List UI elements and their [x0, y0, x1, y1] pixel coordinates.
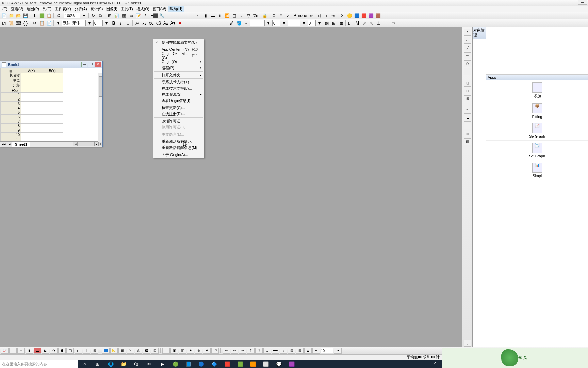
- col-header-b[interactable]: B(Y): [42, 68, 63, 73]
- line-style-dropdown[interactable]: ▾: [265, 20, 272, 27]
- row-num[interactable]: 9: [1, 128, 21, 133]
- scroll-track[interactable]: [77, 142, 94, 146]
- apps-add-button[interactable]: +添加: [486, 80, 588, 101]
- cell[interactable]: [42, 78, 63, 83]
- excel-button[interactable]: 🟩: [38, 12, 45, 19]
- sheet-tab[interactable]: Sheet1: [12, 142, 30, 147]
- cell[interactable]: [42, 97, 63, 102]
- help-menu-item[interactable]: 重新激活提醒信息(M): [153, 144, 204, 151]
- symbol-select[interactable]: [288, 20, 300, 26]
- help-menu-item[interactable]: Origin Central...(G)F11: [153, 52, 204, 59]
- row-num[interactable]: 8: [1, 124, 21, 128]
- media-icon[interactable]: ▶: [156, 360, 169, 368]
- menubar[interactable]: (E) 查看(V) 绘图(P) 列(C) 工作表(K) 分析(A) 统计(S) …: [0, 6, 588, 12]
- draw-line-button[interactable]: ╱: [464, 45, 471, 51]
- apps-item[interactable]: 📊Simpl: [486, 160, 588, 180]
- mask-region-button[interactable]: ▣: [170, 348, 178, 354]
- import-button[interactable]: ⬇: [31, 12, 38, 19]
- cell[interactable]: [42, 124, 63, 128]
- row-num[interactable]: 7: [1, 119, 21, 124]
- filter-button[interactable]: ▽: [245, 12, 252, 19]
- corner-cell[interactable]: ▤: [1, 68, 21, 73]
- row-num[interactable]: 11: [1, 137, 21, 141]
- vertical-scrollbar[interactable]: [98, 73, 102, 142]
- sheet-tabstrip[interactable]: ◂◂ ◂ Sheet1 ◂ ▸ ⊡: [0, 141, 102, 147]
- workbook-titlebar[interactable]: Book1 — ❐ ✕: [0, 61, 102, 68]
- help-menu-item[interactable]: Origin(O): [153, 59, 204, 65]
- scale-in-button[interactable]: ⤢: [361, 20, 368, 27]
- workbook-window[interactable]: Book1 — ❐ ✕ ▤ A(X) B(Y) 长名称 单位 注释 F(x)= …: [0, 61, 103, 147]
- apps-item[interactable]: 📦Fitting: [486, 101, 588, 121]
- app1-button[interactable]: 🟡: [346, 12, 353, 19]
- cell[interactable]: [42, 88, 63, 93]
- decrease-font-button[interactable]: A▾: [169, 20, 176, 27]
- bold-button[interactable]: B: [110, 20, 117, 27]
- plot-template-button[interactable]: ⊞: [91, 348, 98, 354]
- menu-column[interactable]: 列(C): [41, 6, 53, 12]
- app-green-icon[interactable]: 🟢: [169, 360, 182, 368]
- help-menu-item[interactable]: 在线技术支持(L)...: [153, 85, 204, 91]
- print-button[interactable]: 🖨: [55, 12, 62, 19]
- function-plot-button[interactable]: ƒ: [142, 12, 149, 19]
- app-browser-icon[interactable]: 🔵: [195, 360, 208, 368]
- row-fx[interactable]: F(x)=: [1, 88, 21, 93]
- greek-button[interactable]: αβ: [155, 20, 162, 27]
- draw-rect-button[interactable]: ▭: [464, 37, 471, 44]
- taskbar-search[interactable]: 在这里输入你要搜索的内容: [0, 360, 78, 368]
- help-menu-item[interactable]: 激活许可证...: [153, 118, 204, 124]
- scroll-left[interactable]: ◂: [73, 142, 77, 146]
- row-num[interactable]: 1: [1, 93, 21, 97]
- cell[interactable]: [42, 106, 63, 110]
- cell[interactable]: [21, 106, 42, 110]
- anti-alias-button[interactable]: ⫍: [347, 20, 354, 27]
- edge-icon[interactable]: 🌐: [104, 360, 117, 368]
- 3d-scatter-button[interactable]: ⋱: [127, 348, 134, 354]
- data-reader-button[interactable]: +: [187, 348, 194, 354]
- mail-icon[interactable]: ✉: [143, 360, 156, 368]
- axis2-button[interactable]: ⊢: [382, 20, 389, 27]
- apps-panel[interactable]: Apps +添加 📦Fitting 📈Se Graph 📉Se Graph 📊S…: [486, 27, 588, 354]
- scale-out-button[interactable]: ⤡: [368, 20, 375, 27]
- row-longname[interactable]: 长名称: [1, 73, 21, 78]
- menu-image[interactable]: 图像(I): [104, 6, 119, 12]
- cell[interactable]: [21, 115, 42, 119]
- cell[interactable]: [42, 137, 63, 141]
- cell[interactable]: [21, 97, 42, 102]
- cell[interactable]: [21, 128, 42, 133]
- scrollbar-thumb[interactable]: [99, 76, 102, 97]
- plot-line-button[interactable]: 📈: [1, 348, 9, 354]
- draw-poly-button[interactable]: ⬡: [464, 60, 471, 67]
- help-menu-item[interactable]: 使用在线帮助文档(U): [153, 39, 204, 45]
- font-dropdown[interactable]: ▾: [86, 20, 93, 27]
- batch-button[interactable]: 📋: [46, 12, 52, 19]
- column-plot-button[interactable]: ▮: [202, 12, 209, 19]
- plot-pie-button[interactable]: ◔: [50, 348, 58, 354]
- app5-button[interactable]: 🟫: [375, 12, 381, 19]
- size-dropdown[interactable]: ▾: [334, 348, 342, 354]
- tab-nav-first[interactable]: ◂◂: [0, 142, 7, 147]
- 3d-surface-button[interactable]: 📐: [110, 348, 118, 354]
- superscript-button[interactable]: x²: [134, 20, 141, 27]
- table-button[interactable]: ⊞: [330, 20, 337, 27]
- row-num[interactable]: 3: [1, 102, 21, 106]
- plot-box-button[interactable]: ◫: [66, 348, 74, 354]
- cell[interactable]: [21, 137, 42, 141]
- help-menu-item[interactable]: 关于 Origin(A)...: [153, 152, 204, 158]
- script-window-button[interactable]: { }: [22, 20, 29, 27]
- ungroup-button[interactable]: ⊟: [296, 348, 304, 354]
- move-left-button[interactable]: ◁: [315, 12, 322, 19]
- menu-plot[interactable]: 绘图(P): [25, 6, 41, 12]
- data-grid[interactable]: ▤ A(X) B(Y) 长名称 单位 注释 F(x)= 1 2 3 4 5 6 …: [0, 68, 102, 141]
- font-size-input[interactable]: [93, 20, 103, 26]
- menu-analysis[interactable]: 分析(A): [73, 6, 89, 12]
- minimize-button[interactable]: —: [578, 0, 587, 5]
- help-menu-item[interactable]: 在线资源(S): [153, 91, 204, 97]
- align-right-button[interactable]: ⇥: [239, 348, 246, 354]
- size-dropdown[interactable]: ▾: [103, 20, 110, 27]
- menu-format[interactable]: 格式(O): [135, 6, 151, 12]
- plot-column-button[interactable]: ▮: [26, 348, 33, 354]
- cell[interactable]: [42, 133, 63, 137]
- tray-expand-button[interactable]: ^: [429, 360, 442, 368]
- annotation-button[interactable]: A: [203, 348, 211, 354]
- worksheet[interactable]: ▤ A(X) B(Y) 长名称 单位 注释 F(x)= 1 2 3 4 5 6 …: [0, 68, 102, 147]
